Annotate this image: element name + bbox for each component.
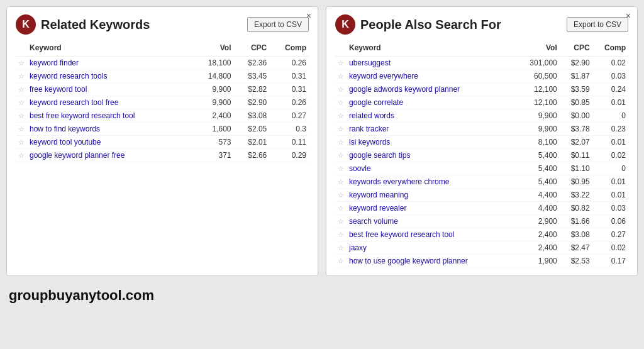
table-row: ☆keyword everywhere60,500$1.870.03 xyxy=(335,70,628,83)
keyword-cell[interactable]: how to use google keyword planner xyxy=(347,255,516,268)
comp-cell: 0.31 xyxy=(269,70,309,83)
comp-cell: 0.01 xyxy=(592,175,628,189)
col-header-1: Keyword xyxy=(347,41,516,57)
star-icon[interactable]: ☆ xyxy=(335,228,347,241)
vol-cell: 2,400 xyxy=(516,241,560,255)
comp-cell: 0 xyxy=(592,109,628,123)
comp-cell: 0.03 xyxy=(592,70,628,83)
keyword-cell[interactable]: keyword revealer xyxy=(347,202,516,215)
star-icon[interactable]: ☆ xyxy=(335,96,347,109)
vol-cell: 14,800 xyxy=(192,70,234,83)
keyword-cell[interactable]: google correlate xyxy=(347,96,516,109)
cpc-cell: $2.53 xyxy=(560,255,592,268)
panel-header: KRelated KeywordsExport to CSV xyxy=(16,14,309,35)
keyword-cell[interactable]: keyword research tools xyxy=(27,70,192,83)
keyword-cell[interactable]: google search tips xyxy=(347,149,516,162)
vol-cell: 5,400 xyxy=(516,162,560,175)
keyword-cell[interactable]: best free keyword research tool xyxy=(27,109,192,123)
cpc-cell: $0.11 xyxy=(560,149,592,162)
comp-cell: 0.01 xyxy=(592,96,628,109)
vol-cell: 2,400 xyxy=(192,109,234,123)
keyword-cell[interactable]: search volume xyxy=(347,215,516,228)
keyword-cell[interactable]: google keyword planner free xyxy=(27,149,192,162)
vol-cell: 60,500 xyxy=(516,70,560,83)
cpc-cell: $3.78 xyxy=(560,123,592,136)
cpc-cell: $2.82 xyxy=(234,83,270,96)
cpc-cell: $3.08 xyxy=(234,109,270,123)
star-icon[interactable]: ☆ xyxy=(335,149,347,162)
vol-cell: 12,100 xyxy=(516,96,560,109)
star-icon[interactable]: ☆ xyxy=(335,136,347,149)
keyword-cell[interactable]: related words xyxy=(347,109,516,123)
comp-cell: 0.29 xyxy=(269,149,309,162)
cpc-cell: $2.01 xyxy=(234,136,270,149)
star-icon[interactable]: ☆ xyxy=(16,123,27,136)
export-csv-button[interactable]: Export to CSV xyxy=(247,17,309,32)
k-logo-icon: K xyxy=(335,14,355,35)
panel-related-keywords: ×KRelated KeywordsExport to CSVKeywordVo… xyxy=(6,6,318,276)
star-icon[interactable]: ☆ xyxy=(335,70,347,83)
star-icon[interactable]: ☆ xyxy=(335,83,347,96)
col-header-2: Vol xyxy=(192,41,234,57)
keyword-cell[interactable]: how to find keywords xyxy=(27,123,192,136)
star-icon[interactable]: ☆ xyxy=(16,83,27,96)
table-row: ☆free keyword tool9,900$2.820.31 xyxy=(16,83,309,96)
star-icon[interactable]: ☆ xyxy=(335,202,347,215)
star-icon[interactable]: ☆ xyxy=(16,57,27,70)
keyword-cell[interactable]: keyword meaning xyxy=(347,189,516,202)
export-csv-button[interactable]: Export to CSV xyxy=(567,17,628,32)
panels-row: ×KRelated KeywordsExport to CSVKeywordVo… xyxy=(6,6,638,276)
table-row: ☆google keyword planner free371$2.660.29 xyxy=(16,149,309,162)
close-icon[interactable]: × xyxy=(306,11,311,21)
star-icon[interactable]: ☆ xyxy=(16,109,27,123)
col-header-3: CPC xyxy=(560,41,592,57)
star-icon[interactable]: ☆ xyxy=(335,109,347,123)
table-row: ☆related words9,900$0.000 xyxy=(335,109,628,123)
comp-cell: 0.17 xyxy=(592,255,628,268)
keyword-cell[interactable]: keyword research tool free xyxy=(27,96,192,109)
star-icon[interactable]: ☆ xyxy=(335,175,347,189)
keyword-cell[interactable]: keyword finder xyxy=(27,57,192,70)
keyword-cell[interactable]: keywords everywhere chrome xyxy=(347,175,516,189)
comp-cell: 0.01 xyxy=(592,136,628,149)
vol-cell: 9,900 xyxy=(192,83,234,96)
keyword-cell[interactable]: free keyword tool xyxy=(27,83,192,96)
star-icon[interactable]: ☆ xyxy=(335,57,347,70)
keyword-cell[interactable]: soovle xyxy=(347,162,516,175)
table-row: ☆keyword finder18,100$2.360.26 xyxy=(16,57,309,70)
vol-cell: 8,100 xyxy=(516,136,560,149)
keyword-cell[interactable]: ubersuggest xyxy=(347,57,516,70)
star-icon[interactable]: ☆ xyxy=(335,215,347,228)
comp-cell: 0.27 xyxy=(269,109,309,123)
star-icon[interactable]: ☆ xyxy=(16,136,27,149)
keyword-cell[interactable]: lsi keywords xyxy=(347,136,516,149)
vol-cell: 9,900 xyxy=(516,123,560,136)
cpc-cell: $2.47 xyxy=(560,241,592,255)
close-icon[interactable]: × xyxy=(626,11,631,21)
star-icon[interactable]: ☆ xyxy=(335,255,347,268)
star-icon[interactable]: ☆ xyxy=(335,241,347,255)
keyword-cell[interactable]: keyword everywhere xyxy=(347,70,516,83)
keyword-cell[interactable]: google adwords keyword planner xyxy=(347,83,516,96)
comp-cell: 0.02 xyxy=(592,57,628,70)
comp-cell: 0.03 xyxy=(592,202,628,215)
star-icon[interactable]: ☆ xyxy=(335,123,347,136)
keywords-table: KeywordVolCPCComp☆ubersuggest301,000$2.9… xyxy=(335,41,628,268)
vol-cell: 573 xyxy=(192,136,234,149)
keyword-cell[interactable]: best free keyword research tool xyxy=(347,228,516,241)
vol-cell: 2,900 xyxy=(516,215,560,228)
star-icon[interactable]: ☆ xyxy=(16,70,27,83)
cpc-cell: $0.82 xyxy=(560,202,592,215)
panel-header: KPeople Also Search ForExport to CSV xyxy=(335,14,628,35)
keyword-cell[interactable]: rank tracker xyxy=(347,123,516,136)
vol-cell: 12,100 xyxy=(516,83,560,96)
star-icon[interactable]: ☆ xyxy=(16,149,27,162)
keyword-cell[interactable]: jaaxy xyxy=(347,241,516,255)
cpc-cell: $3.22 xyxy=(560,189,592,202)
keyword-cell[interactable]: keyword tool youtube xyxy=(27,136,192,149)
star-icon[interactable]: ☆ xyxy=(335,162,347,175)
star-icon[interactable]: ☆ xyxy=(335,189,347,202)
panel-header-left: KPeople Also Search For xyxy=(335,14,501,35)
panel-people-also-search: ×KPeople Also Search ForExport to CSVKey… xyxy=(326,6,638,276)
star-icon[interactable]: ☆ xyxy=(16,96,27,109)
